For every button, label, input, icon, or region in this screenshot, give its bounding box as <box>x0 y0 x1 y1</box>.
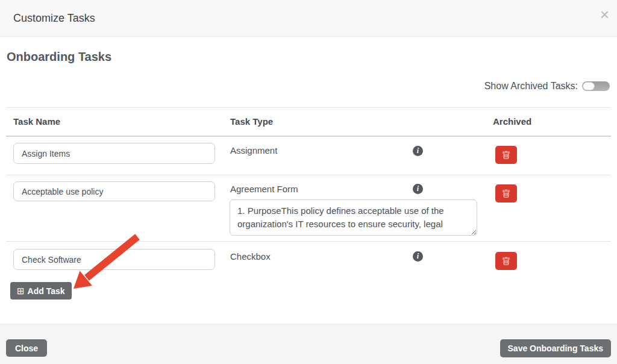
info-icon[interactable]: i <box>413 184 423 194</box>
modal-header: Customize Tasks × <box>0 0 617 37</box>
show-archived-control: Show Archived Tasks: <box>484 81 610 92</box>
modal-title: Customize Tasks <box>13 0 95 37</box>
archive-task-button[interactable] <box>495 146 517 164</box>
task-type-label: Checkbox <box>230 251 271 263</box>
task-name-input[interactable] <box>13 181 215 201</box>
task-name-input[interactable] <box>13 143 215 164</box>
archive-task-button[interactable] <box>495 184 517 202</box>
trash-icon <box>502 189 510 198</box>
table-top-border <box>6 107 611 108</box>
task-type-label: Assignment <box>230 145 277 157</box>
add-task-button[interactable]: ⊞ Add Task <box>10 282 72 300</box>
modal-footer: Close Save Onboarding Tasks <box>0 324 617 364</box>
add-task-label: Add Task <box>28 286 65 296</box>
info-icon[interactable]: i <box>413 146 423 156</box>
column-header-task-name: Task Name <box>13 116 60 127</box>
page-title: Onboarding Tasks <box>7 50 111 64</box>
column-header-archived: Archived <box>493 116 531 127</box>
column-header-task-type: Task Type <box>230 116 273 127</box>
task-name-input[interactable] <box>13 249 215 270</box>
table-header-border <box>6 136 611 137</box>
row-divider <box>6 175 611 175</box>
agreement-text-area[interactable]: 1. PurposeThis policy defines acceptable… <box>230 199 477 236</box>
info-icon[interactable]: i <box>413 251 423 262</box>
save-onboarding-tasks-button[interactable]: Save Onboarding Tasks <box>500 339 611 357</box>
squared-plus-icon: ⊞ <box>17 286 25 297</box>
close-icon[interactable]: × <box>600 7 609 22</box>
trash-icon <box>502 151 510 160</box>
toggle-knob-icon <box>583 82 595 90</box>
trash-icon <box>502 257 510 266</box>
row-divider <box>6 241 611 242</box>
show-archived-toggle[interactable] <box>582 81 610 91</box>
close-button[interactable]: Close <box>6 339 47 357</box>
show-archived-label: Show Archived Tasks: <box>484 81 578 92</box>
archive-task-button[interactable] <box>495 252 517 270</box>
task-type-label: Agreement Form <box>230 183 298 195</box>
